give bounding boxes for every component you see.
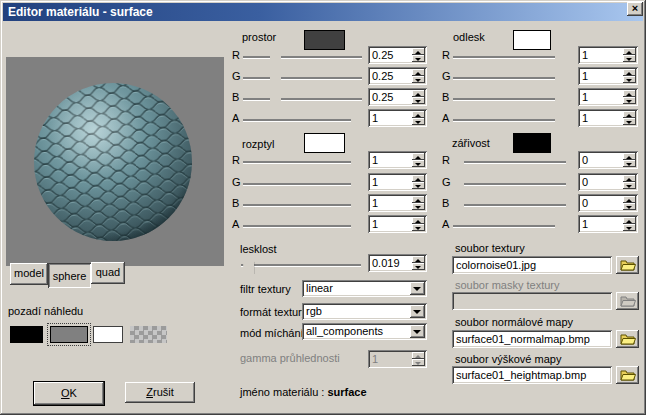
odlesk-g-row: G 1 — [442, 67, 642, 87]
zarivost-b-row: B 0 — [442, 194, 642, 214]
odlesk-b-slider[interactable] — [453, 98, 566, 100]
preview-bg-swatch-checker[interactable] — [130, 326, 167, 343]
lesklost-input[interactable]: 0.019 — [368, 254, 427, 272]
prostor-r-spinner[interactable] — [412, 48, 425, 62]
prostor-b-input[interactable]: 0.25 — [368, 88, 427, 106]
prostor-a-spinner[interactable] — [412, 111, 425, 125]
blend-mode-select[interactable]: all_components — [302, 323, 427, 340]
preview-mode-model-button[interactable]: model — [10, 263, 48, 285]
mask-file-label: soubor masky textury — [455, 279, 560, 291]
zarivost-b-slider[interactable] — [453, 204, 566, 206]
lesklost-slider[interactable] — [241, 264, 361, 266]
texture-file-browse-button[interactable] — [616, 256, 639, 274]
rozptyl-a-slider-thumb[interactable] — [351, 217, 362, 235]
rozptyl-a-spinner[interactable] — [412, 217, 425, 231]
zarivost-r-input[interactable]: 0 — [578, 151, 638, 169]
rozptyl-g-slider-thumb[interactable] — [351, 175, 362, 193]
zarivost-b-spinner[interactable] — [623, 196, 636, 210]
rozptyl-color-swatch[interactable] — [304, 133, 345, 153]
rozptyl-a-slider[interactable] — [243, 225, 362, 227]
odlesk-a-slider[interactable] — [453, 119, 566, 121]
rozptyl-r-slider[interactable] — [243, 161, 362, 163]
blend-mode-label: mód míchání — [240, 327, 304, 339]
rozptyl-a-input[interactable]: 1 — [368, 215, 427, 233]
texture-format-select[interactable]: rgb — [302, 303, 427, 320]
prostor-b-slider-thumb[interactable] — [270, 90, 281, 108]
rozptyl-r-spinner[interactable] — [412, 153, 425, 167]
zarivost-r-spinner[interactable] — [623, 153, 636, 167]
title-bar[interactable]: Editor materiálu - surface — [3, 3, 643, 21]
texture-format-dropdown-button[interactable] — [410, 305, 425, 318]
zarivost-r-slider[interactable] — [453, 161, 566, 163]
prostor-g-spinner[interactable] — [412, 69, 425, 83]
preview-bg-swatch-gray[interactable] — [50, 326, 88, 343]
odlesk-b-slider-thumb[interactable] — [555, 90, 566, 108]
zarivost-r-row: R 0 — [442, 151, 642, 171]
prostor-a-input[interactable]: 1 — [368, 109, 427, 127]
prostor-r-input[interactable]: 0.25 — [368, 46, 427, 64]
preview-bg-swatch-black[interactable] — [10, 326, 43, 343]
rozptyl-b-slider-thumb[interactable] — [351, 196, 362, 214]
rozptyl-b-spinner[interactable] — [412, 196, 425, 210]
rozptyl-r-input[interactable]: 1 — [368, 151, 427, 169]
prostor-g-input[interactable]: 0.25 — [368, 67, 427, 85]
heightmap-file-browse-button[interactable] — [616, 366, 639, 384]
zarivost-g-input[interactable]: 0 — [578, 173, 638, 191]
lesklost-slider-thumb[interactable] — [243, 256, 254, 274]
odlesk-b-input[interactable]: 1 — [578, 88, 638, 106]
texture-filter-dropdown-button[interactable] — [410, 282, 425, 295]
preview-mode-sphere-button[interactable]: sphere — [48, 263, 91, 288]
odlesk-r-slider-thumb[interactable] — [555, 48, 566, 66]
odlesk-r-input[interactable]: 1 — [578, 46, 638, 64]
blend-mode-dropdown-button[interactable] — [410, 325, 425, 338]
normalmap-file-input[interactable]: surface01_normalmap.bmp — [452, 330, 612, 348]
rozptyl-g-slider[interactable] — [243, 183, 362, 185]
zarivost-a-input[interactable]: 1 — [578, 215, 638, 233]
prostor-a-slider[interactable] — [243, 119, 362, 121]
prostor-b-slider[interactable] — [243, 98, 362, 100]
zarivost-a-slider[interactable] — [453, 225, 566, 227]
heightmap-file-input[interactable]: surface01_heightmap.bmp — [452, 366, 612, 384]
zarivost-b-input[interactable]: 0 — [578, 194, 638, 212]
close-button[interactable]: × — [627, 2, 643, 16]
odlesk-b-spinner[interactable] — [623, 90, 636, 104]
rozptyl-b-slider[interactable] — [243, 204, 362, 206]
odlesk-g-spinner[interactable] — [623, 69, 636, 83]
preview-mode-quad-button[interactable]: quad — [91, 262, 125, 284]
zarivost-a-slider-thumb[interactable] — [555, 217, 566, 235]
odlesk-g-slider-thumb[interactable] — [555, 69, 566, 87]
prostor-g-slider[interactable] — [243, 77, 362, 79]
zarivost-r-slider-thumb[interactable] — [453, 153, 464, 171]
rozptyl-g-input[interactable]: 1 — [368, 173, 427, 191]
normalmap-file-browse-button[interactable] — [616, 330, 639, 348]
rozptyl-g-spinner[interactable] — [412, 175, 425, 189]
prostor-b-spinner[interactable] — [412, 90, 425, 104]
texture-filter-select[interactable]: linear — [302, 280, 427, 297]
prostor-r-slider-thumb[interactable] — [270, 48, 281, 66]
zarivost-g-spinner[interactable] — [623, 175, 636, 189]
odlesk-r-spinner[interactable] — [623, 48, 636, 62]
rozptyl-b-input[interactable]: 1 — [368, 194, 427, 212]
zarivost-g-slider-thumb[interactable] — [453, 175, 464, 193]
texture-format-label: formát textury — [240, 306, 307, 318]
odlesk-r-slider[interactable] — [453, 56, 566, 58]
lesklost-spinner[interactable] — [412, 256, 425, 270]
cancel-button[interactable]: Zrušit — [125, 382, 195, 403]
ok-button[interactable]: OK — [33, 381, 105, 406]
preview-bg-swatch-white[interactable] — [93, 326, 123, 343]
odlesk-g-slider[interactable] — [453, 77, 566, 79]
odlesk-a-slider-thumb[interactable] — [555, 111, 566, 129]
odlesk-a-input[interactable]: 1 — [578, 109, 638, 127]
texture-file-input[interactable]: colornoise01.jpg — [452, 256, 612, 274]
zarivost-a-spinner[interactable] — [623, 217, 636, 231]
zarivost-b-slider-thumb[interactable] — [453, 196, 464, 214]
prostor-g-slider-thumb[interactable] — [270, 69, 281, 87]
rozptyl-r-slider-thumb[interactable] — [351, 153, 362, 171]
prostor-r-slider[interactable] — [243, 56, 362, 58]
prostor-label: prostor — [242, 31, 276, 43]
zarivost-g-slider[interactable] — [453, 183, 566, 185]
odlesk-g-input[interactable]: 1 — [578, 67, 638, 85]
prostor-a-slider-thumb[interactable] — [351, 111, 362, 129]
zarivost-color-swatch[interactable] — [513, 133, 551, 153]
odlesk-a-spinner[interactable] — [623, 111, 636, 125]
